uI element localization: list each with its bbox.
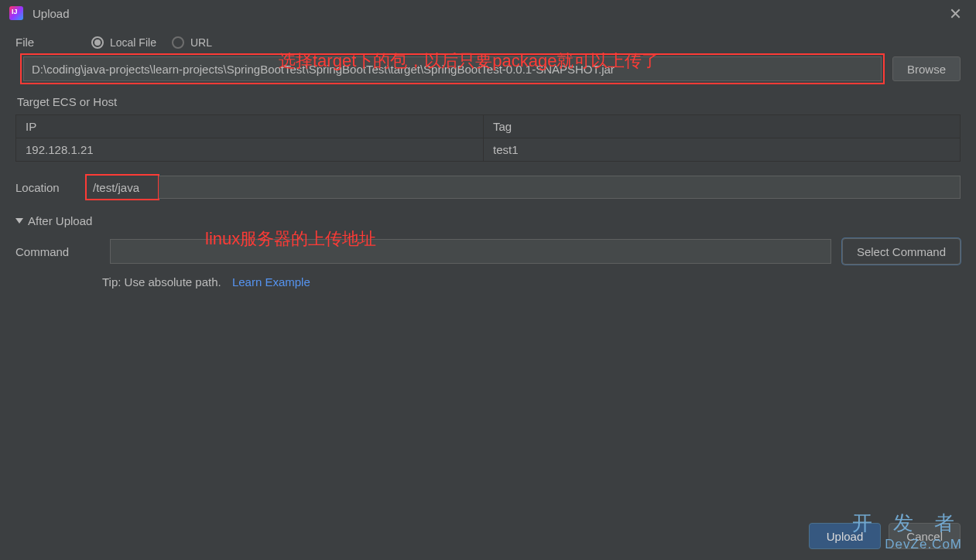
cancel-button[interactable]: Cancel xyxy=(889,523,961,549)
radio-local-label: Local File xyxy=(110,36,156,49)
radio-url[interactable]: URL xyxy=(172,36,212,49)
target-label: Target ECS or Host xyxy=(15,95,961,108)
after-upload-toggle[interactable]: After Upload xyxy=(15,214,961,227)
th-ip[interactable]: IP xyxy=(16,115,484,138)
td-ip: 192.128.1.21 xyxy=(16,138,484,161)
dialog-title: Upload xyxy=(33,7,70,20)
th-tag[interactable]: Tag xyxy=(484,115,960,138)
close-button[interactable] xyxy=(943,2,967,25)
chevron-down-icon xyxy=(15,218,23,224)
location-label: Location xyxy=(15,181,85,194)
intellij-icon xyxy=(9,6,23,20)
file-label: File xyxy=(15,36,85,49)
tip-text: Tip: Use absolute path. xyxy=(102,275,221,289)
browse-button[interactable]: Browse xyxy=(892,56,961,81)
td-tag: test1 xyxy=(484,138,960,161)
upload-button[interactable]: Upload xyxy=(809,523,882,549)
table-row[interactable]: 192.128.1.21 test1 xyxy=(16,138,960,161)
annotation-target-package: 选择target下的包，以后只要package就可以上传了 xyxy=(279,50,659,73)
location-input[interactable]: /test/java xyxy=(85,174,159,200)
annotation-linux-path: linux服务器的上传地址 xyxy=(205,227,376,251)
target-table: IP Tag 192.128.1.21 test1 xyxy=(15,114,961,162)
close-icon xyxy=(950,9,961,19)
radio-local-file[interactable]: Local File xyxy=(91,36,156,49)
select-command-button[interactable]: Select Command xyxy=(842,238,961,265)
after-upload-label: After Upload xyxy=(28,214,92,227)
command-label: Command xyxy=(15,245,99,258)
location-input-rest[interactable] xyxy=(159,176,961,199)
radio-icon xyxy=(91,36,104,49)
radio-icon xyxy=(172,36,184,49)
learn-example-link[interactable]: Learn Example xyxy=(232,275,310,289)
radio-url-label: URL xyxy=(190,36,212,49)
